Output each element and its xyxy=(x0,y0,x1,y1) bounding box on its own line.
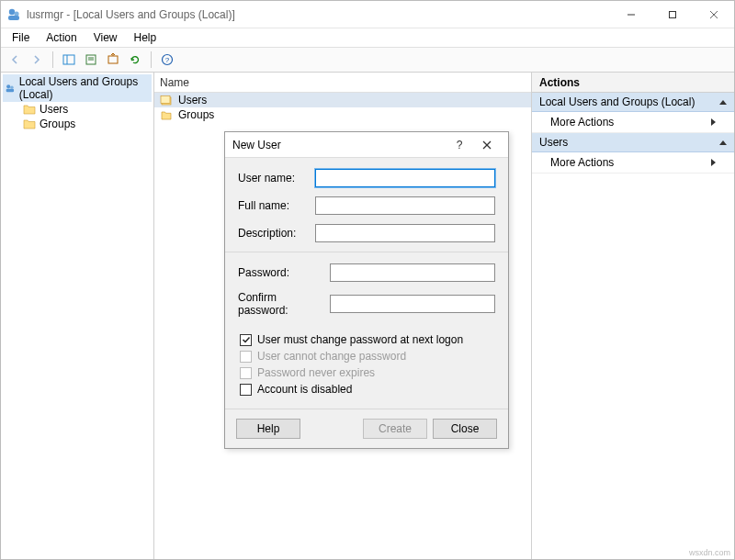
menu-help[interactable]: Help xyxy=(127,29,164,46)
svg-point-15 xyxy=(6,84,10,88)
chevron-right-icon xyxy=(711,118,716,126)
checkbox-label: User cannot change password xyxy=(257,350,406,363)
checkbox-must-change[interactable]: User must change password at next logon xyxy=(238,333,495,346)
new-user-dialog: New User ? User name: Full name: Descrip… xyxy=(224,131,509,449)
fullname-input[interactable] xyxy=(315,196,495,215)
checkbox-never-expires: Password never expires xyxy=(238,366,495,379)
tree-label: Users xyxy=(40,103,68,116)
close-button[interactable] xyxy=(693,1,734,28)
svg-point-1 xyxy=(14,11,18,16)
checkbox-label: User must change password at next logon xyxy=(257,333,463,346)
refresh-button[interactable] xyxy=(125,50,145,70)
dialog-title: New User xyxy=(232,139,446,151)
folder-icon xyxy=(23,104,36,115)
menubar: File Action View Help xyxy=(1,28,734,47)
password-input[interactable] xyxy=(330,263,495,282)
description-input[interactable] xyxy=(315,224,495,242)
actions-section-title: Users xyxy=(539,136,568,149)
folder-stack-icon xyxy=(160,94,173,106)
dialog-close-button[interactable] xyxy=(473,135,501,155)
checkbox-icon xyxy=(240,384,252,396)
tree-root[interactable]: Local Users and Groups (Local) xyxy=(3,74,152,102)
svg-point-0 xyxy=(9,8,15,14)
folder-icon xyxy=(23,118,36,129)
maximize-button[interactable] xyxy=(651,1,693,28)
properties-button[interactable] xyxy=(81,50,101,70)
toolbar: ? xyxy=(1,47,734,73)
svg-rect-19 xyxy=(161,96,170,104)
fullname-label: Full name: xyxy=(238,199,315,212)
tree-root-label: Local Users and Groups (Local) xyxy=(19,75,150,101)
tree-item-groups[interactable]: Groups xyxy=(3,117,152,131)
menu-action[interactable]: Action xyxy=(39,29,84,46)
collapse-icon xyxy=(719,100,727,105)
confirm-password-input[interactable] xyxy=(330,295,495,313)
app-icon xyxy=(6,7,21,22)
collapse-icon xyxy=(719,140,727,145)
tree-label: Groups xyxy=(40,118,75,130)
watermark: wsxdn.com xyxy=(689,548,730,557)
checkbox-icon xyxy=(240,334,252,346)
menu-view[interactable]: View xyxy=(86,29,125,46)
tree-item-users[interactable]: Users xyxy=(3,102,152,117)
svg-rect-2 xyxy=(8,16,19,20)
tree-pane: Local Users and Groups (Local) Users Gro… xyxy=(1,73,154,559)
checkbox-label: Password never expires xyxy=(257,366,375,379)
users-groups-icon xyxy=(5,82,16,95)
checkbox-cannot-change: User cannot change password xyxy=(238,350,495,363)
column-header-name[interactable]: Name xyxy=(154,73,531,93)
actions-section-root[interactable]: Local Users and Groups (Local) xyxy=(532,93,734,112)
minimize-button[interactable] xyxy=(610,1,651,28)
actions-entry-more-users[interactable]: More Actions xyxy=(532,152,734,174)
titlebar: lusrmgr - [Local Users and Groups (Local… xyxy=(1,1,734,28)
list-item-users[interactable]: Users xyxy=(154,93,531,107)
confirm-password-label: Confirm password: xyxy=(238,291,330,317)
close-button[interactable]: Close xyxy=(433,419,497,439)
username-input[interactable] xyxy=(315,169,495,187)
help-button[interactable]: ? xyxy=(157,50,177,70)
svg-rect-12 xyxy=(108,56,118,63)
toolbar-separator xyxy=(151,51,152,68)
description-label: Description: xyxy=(238,227,315,240)
checkbox-icon xyxy=(240,351,252,363)
checkbox-account-disabled[interactable]: Account is disabled xyxy=(238,383,495,396)
forward-button[interactable] xyxy=(27,50,47,70)
svg-rect-17 xyxy=(6,89,14,92)
toolbar-separator xyxy=(52,51,53,68)
checkbox-label: Account is disabled xyxy=(257,383,352,396)
actions-section-title: Local Users and Groups (Local) xyxy=(539,95,695,108)
actions-entry-label: More Actions xyxy=(550,116,614,129)
show-hide-tree-button[interactable] xyxy=(59,50,79,70)
actions-entry-more-root[interactable]: More Actions xyxy=(532,112,734,133)
list-item-groups[interactable]: Groups xyxy=(154,107,531,122)
window-title: lusrmgr - [Local Users and Groups (Local… xyxy=(27,8,610,21)
password-label: Password: xyxy=(238,266,330,279)
dialog-titlebar: New User ? xyxy=(225,132,508,158)
actions-pane: Actions Local Users and Groups (Local) M… xyxy=(532,73,734,559)
actions-header: Actions xyxy=(532,73,734,93)
help-button[interactable]: Help xyxy=(236,419,300,439)
svg-rect-7 xyxy=(63,55,74,64)
dialog-help-button[interactable]: ? xyxy=(446,135,473,155)
list-item-label: Groups xyxy=(178,108,214,121)
username-label: User name: xyxy=(238,172,315,185)
checkbox-icon xyxy=(240,367,252,379)
actions-entry-label: More Actions xyxy=(550,156,614,169)
chevron-right-icon xyxy=(711,159,716,166)
list-item-label: Users xyxy=(178,94,207,106)
create-button[interactable]: Create xyxy=(363,419,427,439)
export-button[interactable] xyxy=(103,50,123,70)
menu-file[interactable]: File xyxy=(5,29,37,46)
svg-rect-4 xyxy=(669,11,675,17)
svg-point-16 xyxy=(10,85,13,88)
back-button[interactable] xyxy=(5,50,25,70)
svg-text:?: ? xyxy=(165,56,170,64)
actions-section-users[interactable]: Users xyxy=(532,133,734,152)
folder-icon xyxy=(160,108,173,121)
